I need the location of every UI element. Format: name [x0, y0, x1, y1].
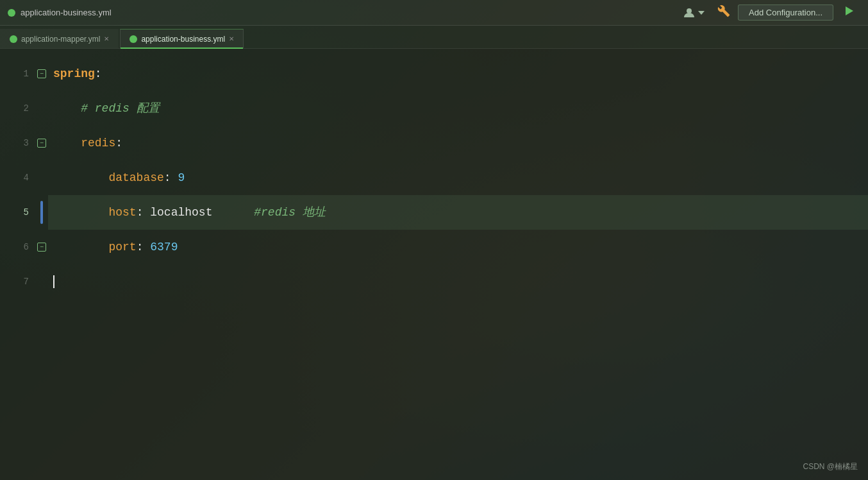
- title-yaml-icon: [8, 9, 15, 17]
- watermark: CSDN @楠橘星: [803, 461, 858, 472]
- svg-point-0: [687, 8, 692, 13]
- code-colon-1: :: [95, 56, 102, 91]
- fold-icon-6[interactable]: −: [37, 243, 46, 252]
- fold-icon-1[interactable]: −: [37, 69, 46, 78]
- tab-bar: application-mapper.yml ✕ application-bus…: [0, 26, 868, 49]
- line-number-2: 2: [0, 91, 35, 126]
- code-redis-key: redis: [53, 126, 115, 160]
- chevron-down-icon: [698, 11, 705, 15]
- line-number-7: 7: [0, 264, 35, 299]
- code-line-7: [48, 264, 868, 299]
- tab-mapper-icon: [10, 35, 17, 43]
- fold-marker-4: [35, 160, 48, 195]
- tab-business-close[interactable]: ✕: [229, 36, 234, 42]
- run-button[interactable]: [839, 3, 860, 22]
- code-line-5: host: localhost #redis 地址: [48, 195, 868, 230]
- text-cursor: [53, 275, 54, 288]
- line-number-1: 1: [0, 56, 35, 91]
- fold-icon-3[interactable]: −: [37, 139, 46, 148]
- code-colon-6: :: [137, 230, 151, 264]
- tab-business-icon: [129, 35, 137, 43]
- code-line-2: # redis 配置: [48, 91, 868, 126]
- selection-indicator: [40, 201, 43, 224]
- fold-marker-1[interactable]: −: [35, 56, 48, 91]
- user-button[interactable]: [678, 4, 710, 22]
- code-spring-key: spring: [53, 56, 95, 91]
- code-line-6: port: 6379: [48, 230, 868, 264]
- code-database-key: database: [53, 160, 164, 195]
- code-port-key: port: [53, 230, 137, 264]
- code-port-val: 6379: [150, 230, 178, 264]
- code-lines[interactable]: spring: # redis 配置 redis: database: 9 ho…: [48, 49, 868, 480]
- svg-marker-1: [846, 6, 853, 15]
- code-colon-5: :: [137, 195, 151, 230]
- wrench-icon[interactable]: [715, 2, 733, 23]
- fold-marker-3[interactable]: −: [35, 126, 48, 160]
- line-number-6: 6: [0, 230, 35, 264]
- code-line-4: database: 9: [48, 160, 868, 195]
- code-host-comment: #redis 地址: [212, 195, 325, 230]
- title-bar-right: Add Configuration...: [678, 2, 860, 23]
- line-number-3: 3: [0, 126, 35, 160]
- settings-icon: [717, 4, 730, 17]
- code-area: 1 2 3 4 5 6 7 − −: [0, 49, 868, 480]
- fold-marker-5: [35, 195, 48, 230]
- line-number-5: 5: [0, 195, 35, 230]
- fold-marker-6[interactable]: −: [35, 230, 48, 264]
- run-icon: [844, 5, 855, 17]
- title-filename: application-business.yml: [21, 8, 112, 17]
- title-bar-left: application-business.yml: [8, 8, 678, 17]
- line-numbers: 1 2 3 4 5 6 7: [0, 49, 35, 480]
- code-host-key: host: [53, 195, 137, 230]
- code-line-1: spring:: [48, 56, 868, 91]
- title-bar: application-business.yml Add Configurati…: [0, 0, 868, 26]
- code-comment-redis: # redis 配置: [53, 91, 160, 126]
- code-line-3: redis:: [48, 126, 868, 160]
- code-host-val: localhost: [150, 195, 212, 230]
- tab-business-label: application-business.yml: [141, 35, 225, 44]
- tab-business[interactable]: application-business.yml ✕: [120, 29, 244, 48]
- fold-gutter: − − −: [35, 49, 48, 480]
- fold-marker-2: [35, 91, 48, 126]
- fold-marker-7: [35, 264, 48, 299]
- add-configuration-button[interactable]: Add Configuration...: [738, 4, 833, 21]
- line-number-4: 4: [0, 160, 35, 195]
- user-icon: [683, 6, 696, 19]
- code-colon-3: :: [115, 126, 122, 160]
- code-database-val: 9: [178, 160, 185, 195]
- tab-mapper-label: application-mapper.yml: [21, 35, 100, 44]
- tab-mapper[interactable]: application-mapper.yml ✕: [0, 29, 119, 48]
- tab-mapper-close[interactable]: ✕: [104, 36, 109, 42]
- code-colon-4: :: [164, 160, 178, 195]
